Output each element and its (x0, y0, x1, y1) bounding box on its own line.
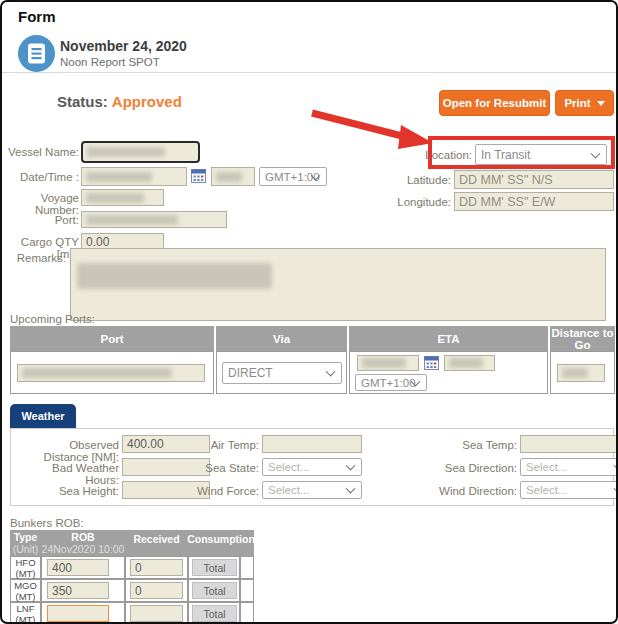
consumption-total-button[interactable]: Total (192, 582, 237, 599)
port-label: Port: (2, 214, 79, 226)
sea-state-label: Sea State: (162, 462, 259, 474)
redacted-content (449, 358, 483, 368)
upcoming-port-input[interactable] (17, 364, 205, 382)
upcoming-ports-cell-via: DIRECT (216, 351, 347, 394)
time-input[interactable] (211, 167, 255, 186)
upcoming-ports-header-via: Via (216, 326, 347, 351)
upcoming-ports-cell-port (10, 351, 214, 394)
redacted-content (362, 358, 406, 368)
fuel-unit: (MT) (15, 591, 35, 602)
bunkers-row-received-cell (125, 556, 188, 579)
bunkers-row-type: MGO (MT) (10, 579, 41, 602)
date-input[interactable] (81, 167, 187, 186)
vessel-name-label: Vessel Name: (2, 146, 79, 158)
upcoming-ports-header-port: Port (10, 326, 214, 351)
print-button[interactable]: Print (555, 90, 614, 116)
eta-time-input[interactable] (444, 355, 495, 371)
print-label: Print (564, 97, 590, 109)
status-line: Status:Approved (57, 93, 182, 110)
fuel-type: LNF (17, 603, 35, 614)
sea-direction-select[interactable]: Select... (520, 458, 618, 476)
latitude-input[interactable] (454, 170, 614, 189)
port-input[interactable] (81, 211, 227, 228)
received-input-lnf[interactable] (130, 605, 183, 622)
location-select[interactable]: In Transit (475, 144, 607, 165)
datetime-label: Date/Time : (2, 171, 79, 183)
bunkers-row-rob-cell (41, 579, 125, 602)
consumption-total-button[interactable]: Total (192, 559, 237, 576)
bunkers-rob-label: Bunkers ROB: (10, 517, 120, 529)
eta-date-input[interactable] (357, 355, 419, 371)
rob-input-lnf[interactable] (47, 605, 109, 622)
upcoming-ports-cell-eta: GMT+1:00 (349, 351, 548, 394)
voyage-number-label: Voyage Number: (2, 192, 79, 216)
calendar-icon[interactable] (191, 169, 206, 183)
rob-input-mgo[interactable] (47, 582, 109, 599)
bunkers-row-rob-cell (41, 556, 125, 579)
bunkers-row-consumption-cell: Total (188, 556, 240, 579)
via-select[interactable]: DIRECT (222, 362, 342, 384)
bunkers-header-rob: ROB 24Nov2020 10:00 (41, 530, 125, 556)
upcoming-ports-header-eta: ETA (349, 326, 548, 351)
bunkers-row-received-cell (125, 602, 188, 624)
latitude-label: Latitude: (371, 174, 451, 186)
timezone-select[interactable]: GMT+1:00 (259, 167, 327, 186)
sea-state-select[interactable]: Select... (262, 458, 362, 476)
bunkers-row-rob-cell (41, 602, 125, 624)
bad-weather-hours-label: Bad Weather Hours: (22, 462, 119, 486)
bunkers-header-rob-line2: 24Nov2020 10:00 (42, 543, 125, 555)
received-input-hfo[interactable] (130, 559, 183, 576)
open-for-resubmit-button[interactable]: Open for Resubmit (439, 90, 550, 116)
report-date: November 24, 2020 (60, 38, 187, 54)
distance-to-go-input[interactable] (557, 364, 605, 382)
remarks-label: Remarks: (2, 252, 66, 264)
location-label: Location: (392, 149, 472, 161)
caret-down-icon (597, 101, 605, 106)
consumption-total-button[interactable]: Total (192, 605, 237, 622)
redacted-content (216, 172, 242, 182)
longitude-input[interactable] (454, 192, 614, 211)
bunkers-header-type: Type (Unit) (10, 530, 41, 556)
sea-temp-input[interactable] (520, 435, 618, 453)
bunkers-header-rob-line1: ROB (71, 531, 94, 543)
eta-timezone-select[interactable]: GMT+1:00 (355, 374, 427, 391)
upcoming-ports-header-distance: Distance to Go (550, 326, 615, 351)
fuel-unit: (MT) (15, 614, 35, 624)
status-badge: Approved (112, 93, 182, 110)
air-temp-input[interactable] (262, 435, 362, 453)
fuel-type: HFO (15, 557, 35, 568)
upcoming-ports-cell-distance (550, 351, 615, 394)
voyage-number-input[interactable] (81, 189, 164, 206)
observed-distance-label: Observed Distance [NM]: (22, 439, 119, 463)
upcoming-ports-label: Upcoming Ports: (10, 313, 120, 325)
redacted-content (22, 368, 172, 378)
sea-temp-label: Sea Temp: (420, 439, 517, 451)
bunkers-row-extra-cell (240, 602, 254, 624)
status-label: Status: (57, 93, 108, 110)
remarks-textarea[interactable] (70, 248, 606, 321)
rob-input-hfo[interactable] (47, 559, 109, 576)
form-window: Form November 24, 2020 Noon Report SPOT … (0, 0, 618, 624)
redacted-content (86, 215, 178, 225)
air-temp-label: Air Temp: (162, 439, 259, 451)
wind-direction-select[interactable]: Select... (520, 481, 618, 499)
bunkers-header-consumption: Consumption (188, 530, 254, 556)
calendar-icon[interactable] (424, 356, 439, 370)
redacted-content (86, 193, 144, 203)
bunkers-header-type-line2: (Unit) (13, 543, 39, 555)
bunkers-row-consumption-cell: Total (188, 602, 240, 624)
fuel-unit: (MT) (15, 568, 35, 579)
vessel-name-input[interactable] (81, 141, 200, 163)
received-input-mgo[interactable] (130, 582, 183, 599)
header-divider (2, 72, 616, 73)
sea-direction-label: Sea Direction: (420, 462, 517, 474)
bunkers-row-received-cell (125, 579, 188, 602)
report-document-icon (18, 35, 55, 72)
wind-force-label: Wind Force: (162, 485, 259, 497)
bunkers-header-type-line1: Type (14, 531, 38, 543)
tab-weather[interactable]: Weather (10, 404, 76, 428)
bunkers-row-type: HFO (MT) (10, 556, 41, 579)
longitude-label: Longitude: (371, 196, 451, 208)
page-title: Form (18, 8, 56, 25)
wind-force-select[interactable]: Select... (262, 481, 362, 499)
